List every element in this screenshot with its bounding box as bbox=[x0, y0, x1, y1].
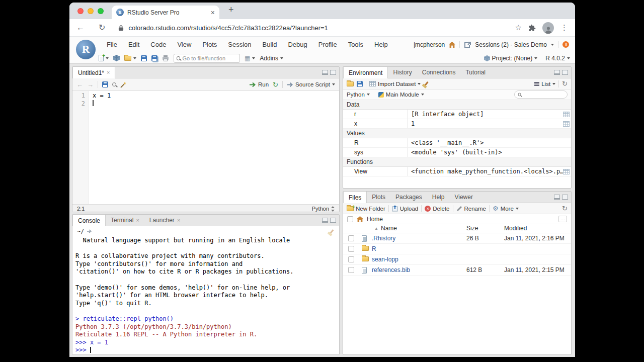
reload-icon[interactable]: ↻ bbox=[99, 24, 105, 32]
quit-session-icon[interactable] bbox=[562, 41, 569, 48]
sessions-dropdown[interactable]: Sessions (2) - Sales Demo bbox=[475, 41, 547, 48]
tab-packages[interactable]: Packages bbox=[390, 192, 427, 203]
open-new-session-icon[interactable] bbox=[464, 42, 471, 48]
home-icon[interactable] bbox=[357, 216, 363, 222]
menu-build[interactable]: Build bbox=[263, 41, 277, 48]
menu-view[interactable]: View bbox=[177, 41, 191, 48]
maximize-pane-icon[interactable] bbox=[330, 218, 336, 223]
upload-button[interactable]: Upload bbox=[392, 205, 418, 212]
menu-tools[interactable]: Tools bbox=[348, 41, 363, 48]
file-row[interactable]: R bbox=[343, 244, 571, 254]
forward-icon[interactable]: → bbox=[87, 81, 94, 88]
tab-files[interactable]: Files bbox=[343, 192, 367, 203]
minimize-pane-icon[interactable] bbox=[322, 70, 328, 75]
menu-code[interactable]: Code bbox=[150, 41, 166, 48]
menu-help[interactable]: Help bbox=[374, 41, 388, 48]
home-icon[interactable] bbox=[449, 42, 455, 48]
tab-console[interactable]: Console bbox=[72, 215, 106, 226]
folder-link[interactable]: R bbox=[372, 245, 376, 252]
view-table-icon[interactable] bbox=[563, 121, 570, 128]
env-row[interactable]: r [R interface object] bbox=[343, 110, 571, 119]
language-mode-selector[interactable]: Python bbox=[312, 206, 335, 212]
menu-profile[interactable]: Profile bbox=[318, 41, 337, 48]
column-modified[interactable]: Modified bbox=[504, 225, 527, 232]
row-checkbox[interactable] bbox=[348, 267, 354, 273]
menu-session[interactable]: Session bbox=[228, 41, 251, 48]
select-all-checkbox[interactable] bbox=[347, 216, 353, 222]
tab-help[interactable]: Help bbox=[427, 192, 450, 203]
column-size[interactable]: Size bbox=[466, 225, 478, 232]
menu-edit[interactable]: Edit bbox=[128, 41, 139, 48]
new-tab-button[interactable]: + bbox=[228, 5, 234, 15]
minimize-pane-icon[interactable] bbox=[554, 195, 560, 200]
load-workspace-icon[interactable] bbox=[347, 81, 354, 86]
menu-plots[interactable]: Plots bbox=[202, 41, 217, 48]
save-workspace-icon[interactable] bbox=[357, 81, 363, 87]
new-project-icon[interactable] bbox=[113, 55, 120, 61]
clear-console-icon[interactable] bbox=[330, 229, 334, 234]
tab-connections[interactable]: Connections bbox=[417, 67, 461, 78]
goto-file-search[interactable] bbox=[174, 54, 240, 63]
traffic-minimize-button[interactable] bbox=[88, 8, 94, 14]
list-view-dropdown[interactable]: List bbox=[534, 81, 555, 87]
traffic-zoom-button[interactable] bbox=[98, 8, 104, 14]
column-name[interactable]: Name bbox=[381, 225, 397, 232]
file-row[interactable]: references.bib 612 B Jan 11, 2021, 2:15 … bbox=[343, 265, 571, 276]
env-row[interactable]: sys <module 'sys' (built-in)> bbox=[343, 148, 571, 157]
view-table-icon[interactable] bbox=[563, 112, 570, 119]
r-version-dropdown[interactable]: R 4.0.2 bbox=[545, 55, 570, 62]
profile-avatar[interactable] bbox=[542, 22, 554, 34]
row-checkbox[interactable] bbox=[348, 235, 354, 241]
pane-layout-button[interactable]: ▦ bbox=[245, 55, 255, 61]
tab-environment[interactable]: Environment bbox=[343, 67, 388, 78]
open-file-button[interactable] bbox=[124, 56, 136, 61]
print-icon[interactable] bbox=[162, 55, 169, 61]
import-dataset-dropdown[interactable]: Import Dataset bbox=[369, 81, 421, 87]
env-row[interactable]: View <function make_python_function.<loc… bbox=[343, 167, 571, 176]
editor-line[interactable]: 1 x = 1 bbox=[72, 92, 339, 100]
clear-objects-icon[interactable] bbox=[425, 81, 429, 86]
back-icon[interactable]: ← bbox=[76, 81, 83, 88]
menu-file[interactable]: File bbox=[107, 41, 117, 48]
tab-viewer[interactable]: Viewer bbox=[449, 192, 477, 203]
username-link[interactable]: jmcpherson bbox=[414, 41, 445, 48]
tab-untitled1[interactable]: Untitled1* × bbox=[72, 67, 115, 78]
file-row[interactable]: .Rhistory 26 B Jan 11, 2021, 2:16 PM bbox=[343, 233, 571, 244]
close-icon[interactable]: × bbox=[107, 70, 110, 75]
save-icon[interactable] bbox=[102, 81, 108, 87]
tab-close-icon[interactable]: × bbox=[211, 9, 215, 16]
file-link[interactable]: references.bib bbox=[372, 266, 410, 274]
refresh-icon[interactable]: ↻ bbox=[562, 205, 568, 212]
back-icon[interactable]: ← bbox=[76, 24, 85, 32]
save-all-icon[interactable] bbox=[151, 55, 157, 61]
more-dropdown[interactable]: ⚙ More bbox=[493, 205, 519, 212]
url-text[interactable]: colorado.rstudio.com/rstudio/s/4cc57cfc7… bbox=[128, 24, 510, 32]
minimize-pane-icon[interactable] bbox=[554, 70, 560, 75]
environment-search[interactable] bbox=[514, 90, 568, 99]
source-script-button[interactable]: Source Script bbox=[287, 81, 335, 87]
browser-tab[interactable]: R RStudio Server Pro × bbox=[112, 6, 219, 19]
language-dropdown[interactable]: Python bbox=[347, 92, 370, 98]
console-output[interactable]: Natural language support but running in … bbox=[72, 236, 339, 354]
addins-dropdown[interactable]: Addins bbox=[260, 55, 283, 62]
environment-search-input[interactable] bbox=[523, 92, 564, 98]
row-checkbox[interactable] bbox=[348, 246, 354, 252]
bookmark-star-icon[interactable]: ☆ bbox=[515, 23, 522, 32]
tab-launcher[interactable]: Launcher × bbox=[144, 215, 185, 226]
module-dropdown[interactable]: Main Module bbox=[378, 92, 424, 98]
minimize-pane-icon[interactable] bbox=[322, 218, 328, 223]
tab-history[interactable]: History bbox=[388, 67, 417, 78]
tab-plots[interactable]: Plots bbox=[367, 192, 390, 203]
goto-file-input[interactable] bbox=[182, 55, 237, 61]
refresh-icon[interactable]: ↻ bbox=[562, 80, 568, 87]
maximize-pane-icon[interactable] bbox=[562, 70, 568, 75]
delete-button[interactable]: × Delete bbox=[425, 206, 449, 212]
lock-icon[interactable] bbox=[118, 25, 124, 31]
row-checkbox[interactable] bbox=[348, 256, 354, 262]
rename-button[interactable]: Rename bbox=[456, 206, 486, 212]
close-icon[interactable]: × bbox=[177, 218, 180, 223]
browser-menu-icon[interactable]: ⋮ bbox=[560, 23, 568, 32]
traffic-close-button[interactable] bbox=[77, 8, 84, 14]
rerun-icon[interactable]: ↻ bbox=[273, 81, 278, 88]
file-row[interactable]: sean-lopp bbox=[343, 254, 571, 265]
